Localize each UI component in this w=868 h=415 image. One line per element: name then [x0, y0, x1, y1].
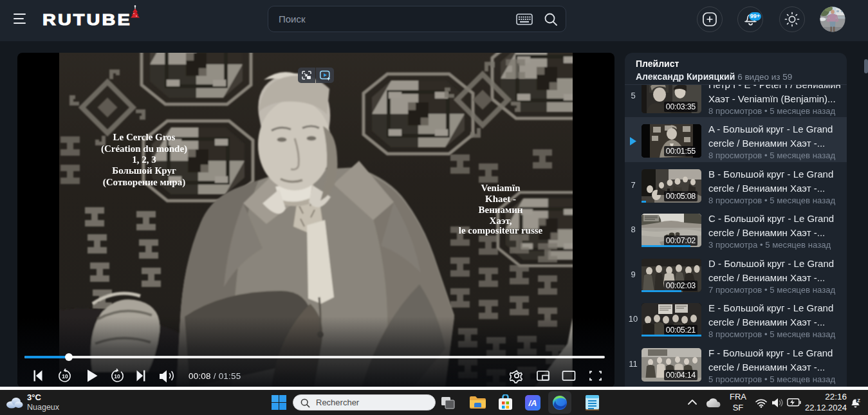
svg-text:le compositeur russe: le compositeur russe	[459, 225, 543, 235]
svg-text:Veniamïn: Veniamïn	[481, 183, 521, 193]
svg-text:Le Cercle Gros: Le Cercle Gros	[113, 132, 176, 142]
svg-text:Хаэт,: Хаэт,	[490, 216, 512, 226]
svg-text:1, 2, 3: 1, 2, 3	[132, 154, 156, 165]
svg-text:Z: Z	[857, 398, 860, 403]
svg-text:/A: /A	[528, 398, 537, 408]
svg-text:(Création du monde): (Création du monde)	[101, 143, 187, 154]
svg-text:10: 10	[62, 373, 68, 380]
svg-text:Вениамин: Вениамин	[479, 205, 523, 215]
svg-text:(Сотворение мира): (Сотворение мира)	[103, 177, 185, 188]
svg-text:Khaet -: Khaet -	[485, 194, 516, 204]
svg-text:Большой Круг: Большой Круг	[112, 165, 176, 176]
svg-text:10: 10	[114, 373, 120, 380]
